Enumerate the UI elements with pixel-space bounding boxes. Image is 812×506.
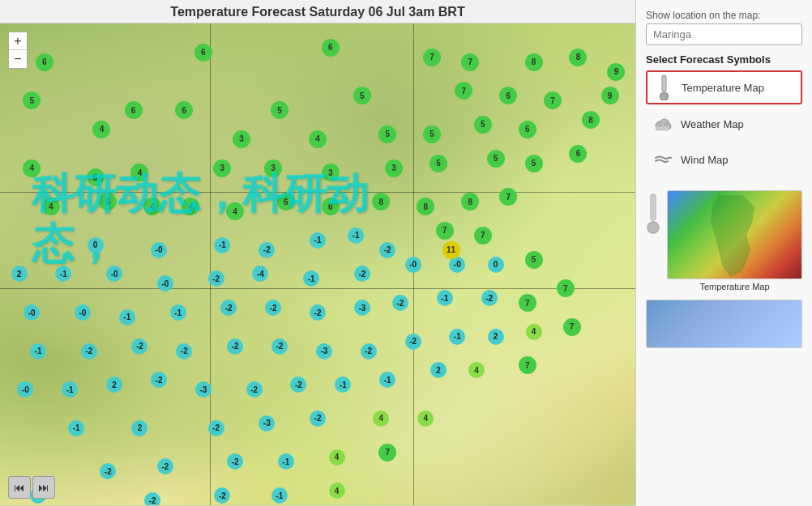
temp-dot: 6 (175, 101, 193, 119)
map-section: Temperature Forecast Saturday 06 Jul 3am… (0, 0, 635, 506)
temp-dot: 11 (442, 241, 460, 259)
forecast-option-weather[interactable]: Weather Map (646, 108, 802, 140)
temp-dot: 7 (563, 318, 581, 336)
temp-dot: -2 (271, 338, 288, 355)
temp-dot: 7 (436, 222, 454, 240)
temp-dot: -4 (252, 266, 268, 282)
temp-dot: 2 (131, 420, 147, 436)
thermometer-icon (652, 76, 675, 99)
temp-dot: 4 (417, 410, 434, 427)
temp-dot: 8 (582, 111, 600, 129)
map-area[interactable]: 科研动态，科研动态， 66677889566557679434555684543… (0, 23, 635, 505)
temp-dot: 4 (23, 159, 41, 177)
temp-dot: 8 (569, 49, 587, 66)
forecast-option-temperature[interactable]: Temperature Map (646, 70, 802, 104)
temp-dot: 5 (23, 91, 41, 109)
temp-dot: 8 (525, 53, 543, 71)
temp-dot: -1 (271, 487, 288, 504)
temp-dot: 5 (423, 125, 441, 143)
temp-dot: 4 (526, 324, 542, 340)
weather-thumbnail[interactable] (646, 300, 802, 348)
temp-dot: -2 (157, 458, 173, 474)
temp-dot: 6 (36, 53, 53, 71)
temp-dot: 7 (423, 49, 441, 66)
zoom-out-button[interactable]: − (9, 50, 27, 68)
temp-dot: -3 (354, 300, 370, 316)
temp-dot: -1 (68, 420, 84, 436)
temp-dot: -2 (354, 266, 370, 282)
sidebar: Show location on the map: Select Forecas… (635, 0, 812, 506)
temp-dot: -1 (335, 376, 351, 393)
temp-dot: 9 (607, 63, 625, 81)
temp-dot: 4 (42, 198, 60, 215)
forecast-wind-label: Wind Map (681, 154, 729, 166)
temp-dot: -3 (195, 381, 212, 398)
map-title: Temperature Forecast Saturday 06 Jul 3am… (0, 0, 635, 23)
temp-dot: 6 (322, 198, 340, 215)
temp-dot: 4 (468, 362, 485, 378)
temp-dot: -0 (75, 304, 91, 321)
temp-dot: 2 (488, 329, 504, 345)
temp-dot: 7 (499, 188, 517, 206)
nav-next-icon: ⏭ (38, 481, 49, 494)
temp-dot: -2 (481, 290, 498, 306)
svg-point-2 (660, 92, 669, 100)
forecast-weather-label: Weather Map (681, 118, 744, 130)
temp-dot: 8 (417, 198, 434, 215)
temp-dot: -2 (208, 270, 224, 287)
temp-dot: 4 (143, 198, 161, 215)
temp-dot: 5 (525, 155, 543, 172)
temp-dot: -2 (208, 420, 224, 436)
nav-prev-icon: ⏮ (14, 481, 25, 494)
thumbnail-label: Temperature Map (667, 282, 802, 291)
svg-point-9 (647, 222, 659, 233)
forecast-section-title: Select Forecast Symbols (646, 53, 802, 66)
temp-dot: 6 (277, 193, 295, 210)
svg-rect-1 (664, 76, 665, 91)
temp-dot: 2 (106, 376, 122, 393)
nav-next-button[interactable]: ⏭ (32, 476, 55, 499)
location-input[interactable] (646, 23, 802, 45)
temp-dot: 7 (544, 91, 562, 109)
temp-dot: 6 (322, 39, 340, 57)
zoom-controls: + − (8, 32, 28, 69)
temp-dot: -1 (119, 309, 135, 325)
temp-dot: -2 (81, 343, 97, 359)
temp-dot: 3 (264, 159, 282, 177)
temp-dot: 4 (130, 164, 148, 181)
temp-dot: 3 (322, 164, 340, 181)
temp-dot: 4 (329, 449, 345, 466)
temp-dot: -2 (144, 492, 160, 505)
temp-dot: 8 (461, 193, 479, 210)
temp-dot: -1 (310, 232, 326, 249)
temperature-thumbnail[interactable] (667, 190, 802, 279)
temp-dot: 7 (461, 53, 479, 71)
zoom-in-button[interactable]: + (9, 32, 27, 50)
temp-dot: 0 (88, 237, 104, 253)
temp-dot: -1 (62, 381, 78, 398)
temp-dot: -2 (176, 343, 192, 359)
svg-rect-6 (656, 126, 669, 130)
temp-dot: 7 (519, 356, 536, 374)
temp-dot: 9 (601, 87, 619, 104)
temp-dot: -3 (259, 415, 275, 432)
temp-dot: -2 (246, 381, 263, 398)
temp-dot: -2 (392, 295, 408, 311)
temp-dot: -0 (17, 381, 33, 398)
nav-prev-button[interactable]: ⏮ (8, 476, 31, 499)
temp-dot: 6 (569, 145, 587, 163)
thumb-background (668, 191, 801, 279)
temp-dot: -2 (214, 487, 230, 504)
wind-icon (652, 148, 674, 171)
temp-dot: 7 (474, 227, 492, 244)
temp-dot: -2 (379, 242, 395, 258)
temp-dot: 5 (271, 101, 288, 119)
temp-dot: -2 (259, 242, 275, 258)
temp-dot: -1 (55, 266, 71, 282)
location-label: Show location on the map: (646, 10, 802, 21)
temp-dot: -0 (151, 242, 167, 258)
temp-dot: -3 (316, 343, 332, 359)
temp-dot: 7 (378, 444, 396, 461)
forecast-option-wind[interactable]: Wind Map (646, 143, 802, 176)
temp-dot: 7 (557, 279, 575, 297)
